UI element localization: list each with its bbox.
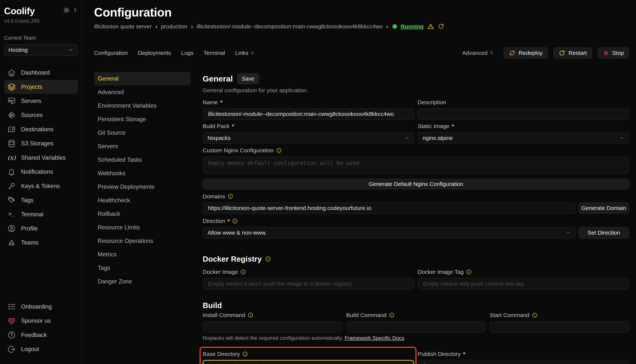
checklist-icon bbox=[7, 302, 16, 311]
sidebar-item-logout[interactable]: Logout bbox=[4, 342, 78, 356]
subnav-item-danger-zone[interactable]: Danger Zone bbox=[94, 275, 190, 288]
subnav-item-git-source[interactable]: Git Source bbox=[94, 126, 190, 140]
direction-select[interactable]: Allow www & non-www. bbox=[203, 227, 576, 238]
restart-button[interactable]: Restart bbox=[553, 47, 592, 58]
warning-triangle-icon[interactable] bbox=[427, 23, 434, 30]
pause-icon bbox=[603, 50, 609, 56]
sidebar-item-s3-storages[interactable]: S3 Storages bbox=[4, 136, 78, 151]
build-pack-select[interactable]: Nixpacks bbox=[203, 132, 414, 144]
base-directory-input[interactable] bbox=[203, 360, 414, 364]
info-icon[interactable] bbox=[466, 269, 472, 275]
info-icon[interactable] bbox=[389, 312, 394, 318]
save-button[interactable]: Save bbox=[237, 73, 259, 84]
sidebar-item-dashboard[interactable]: Dashboard bbox=[4, 66, 78, 80]
static-image-select[interactable]: nginx:alpine bbox=[418, 132, 629, 144]
domains-input[interactable] bbox=[203, 202, 576, 214]
help-circle-icon bbox=[7, 331, 16, 339]
tab-logs[interactable]: Logs bbox=[181, 50, 193, 56]
chevron-down-icon bbox=[565, 230, 571, 235]
docker-registry-heading: Docker Registry bbox=[203, 255, 629, 264]
subnav-item-resource-operations[interactable]: Resource Operations bbox=[94, 234, 190, 248]
subnav-item-metrics[interactable]: Metrics bbox=[94, 248, 190, 261]
docker-image-tag-input[interactable] bbox=[418, 278, 629, 289]
app-version: v4.0.0-beta.399 bbox=[4, 18, 78, 24]
info-icon[interactable] bbox=[228, 194, 233, 199]
sidebar-item-terminal[interactable]: >_ Terminal bbox=[4, 207, 78, 222]
subnav-item-healthcheck[interactable]: Healthcheck bbox=[94, 194, 190, 207]
info-icon[interactable] bbox=[242, 351, 248, 357]
sidebar-nav: Dashboard Projects Servers Sources Desti… bbox=[4, 66, 78, 250]
start-command-input[interactable] bbox=[490, 321, 629, 333]
breadcrumb-project[interactable]: illicitonion quote server bbox=[94, 23, 152, 30]
custom-nginx-label: Custom Nginx Configuration bbox=[203, 148, 629, 153]
logout-icon bbox=[7, 345, 16, 354]
sidebar-item-notifications[interactable]: Notifications bbox=[4, 165, 78, 179]
tab-configuration[interactable]: Configuration bbox=[94, 50, 128, 56]
sidebar-item-keys-tokens[interactable]: Keys & Tokens bbox=[4, 179, 78, 193]
sidebar-item-sources[interactable]: Sources bbox=[4, 108, 78, 122]
stop-button[interactable]: Stop bbox=[598, 47, 629, 58]
tab-deployments[interactable]: Deployments bbox=[138, 50, 171, 56]
sidebar-item-profile[interactable]: Profile bbox=[4, 222, 78, 236]
advanced-dropdown[interactable]: Advanced bbox=[462, 50, 494, 56]
subnav-item-persistent-storage[interactable]: Persistent Storage bbox=[94, 112, 190, 126]
sidebar-item-onboarding[interactable]: Onboarding bbox=[4, 300, 78, 314]
static-image-label: Static Image* bbox=[418, 124, 629, 129]
docker-image-input[interactable] bbox=[203, 278, 414, 289]
install-command-input[interactable] bbox=[203, 321, 342, 333]
tab-terminal[interactable]: Terminal bbox=[204, 50, 225, 56]
chevrons-up-down-icon[interactable] bbox=[73, 8, 78, 13]
sidebar-item-servers[interactable]: Servers bbox=[4, 94, 78, 108]
framework-docs-link[interactable]: Framework Specific Docs bbox=[345, 335, 404, 341]
status-running-link[interactable]: Running bbox=[400, 23, 423, 30]
direction-label: Direction* bbox=[203, 218, 629, 224]
install-command-label: Install Command bbox=[203, 312, 342, 318]
redeploy-button[interactable]: Redeploy bbox=[504, 47, 548, 58]
subnav-item-servers[interactable]: Servers bbox=[94, 140, 190, 153]
redeploy-icon bbox=[509, 50, 515, 56]
sidebar-item-projects[interactable]: Projects bbox=[4, 80, 78, 94]
build-command-input[interactable] bbox=[346, 321, 486, 333]
subnav-item-scheduled-tasks[interactable]: Scheduled Tasks bbox=[94, 153, 190, 166]
config-subnav: General Advanced Environment Variables P… bbox=[94, 72, 190, 364]
description-input[interactable] bbox=[418, 108, 629, 120]
info-icon[interactable] bbox=[265, 256, 271, 262]
publish-directory-input[interactable] bbox=[418, 360, 629, 364]
info-icon[interactable] bbox=[248, 312, 253, 318]
breadcrumb-environment[interactable]: production bbox=[161, 23, 187, 30]
sidebar-item-tags[interactable]: Tags bbox=[4, 193, 78, 207]
subnav-item-advanced[interactable]: Advanced bbox=[94, 86, 190, 99]
refresh-icon[interactable] bbox=[438, 23, 444, 30]
custom-nginx-textarea[interactable] bbox=[203, 157, 629, 174]
sidebar-item-teams[interactable]: Teams bbox=[4, 236, 78, 250]
sidebar-item-sponsor-us[interactable]: Sponsor us bbox=[4, 314, 78, 328]
chevrons-up-down-icon bbox=[250, 50, 255, 56]
general-form: General Save General configuration for y… bbox=[203, 72, 629, 364]
info-icon[interactable] bbox=[232, 218, 238, 224]
subnav-item-webhooks[interactable]: Webhooks bbox=[94, 166, 190, 180]
map-icon bbox=[7, 125, 16, 134]
subnav-item-preview-deployments[interactable]: Preview Deployments bbox=[94, 180, 190, 194]
sidebar-item-shared-variables[interactable]: (x) Shared Variables bbox=[4, 151, 78, 165]
sidebar-item-feedback[interactable]: Feedback bbox=[4, 328, 78, 342]
generate-nginx-button[interactable]: Generate Default Nginx Configuration bbox=[203, 178, 629, 190]
subnav-item-tags[interactable]: Tags bbox=[94, 261, 190, 275]
subnav-item-rollback[interactable]: Rollback bbox=[94, 207, 190, 221]
info-icon[interactable] bbox=[276, 148, 282, 153]
generate-domain-button[interactable]: Generate Domain bbox=[578, 202, 629, 214]
name-input[interactable] bbox=[203, 108, 414, 120]
publish-directory-label: Publish Directory* bbox=[418, 351, 629, 357]
start-command-label: Start Command bbox=[490, 312, 629, 318]
set-direction-button[interactable]: Set Direction bbox=[578, 227, 629, 238]
info-icon[interactable] bbox=[532, 312, 537, 318]
users-icon bbox=[7, 238, 16, 247]
sidebar-item-destinations[interactable]: Destinations bbox=[4, 122, 78, 136]
subnav-item-environment-variables[interactable]: Environment Variables bbox=[94, 99, 190, 112]
sun-icon[interactable] bbox=[63, 7, 70, 13]
team-select[interactable]: Hosting bbox=[4, 44, 78, 56]
info-icon[interactable] bbox=[240, 269, 246, 275]
breadcrumb-application[interactable]: illicitestonion/-module--decomposition:m… bbox=[196, 23, 382, 30]
tab-links[interactable]: Links bbox=[235, 50, 255, 56]
subnav-item-general[interactable]: General bbox=[94, 72, 190, 86]
subnav-item-resource-limits[interactable]: Resource Limits bbox=[94, 221, 190, 234]
